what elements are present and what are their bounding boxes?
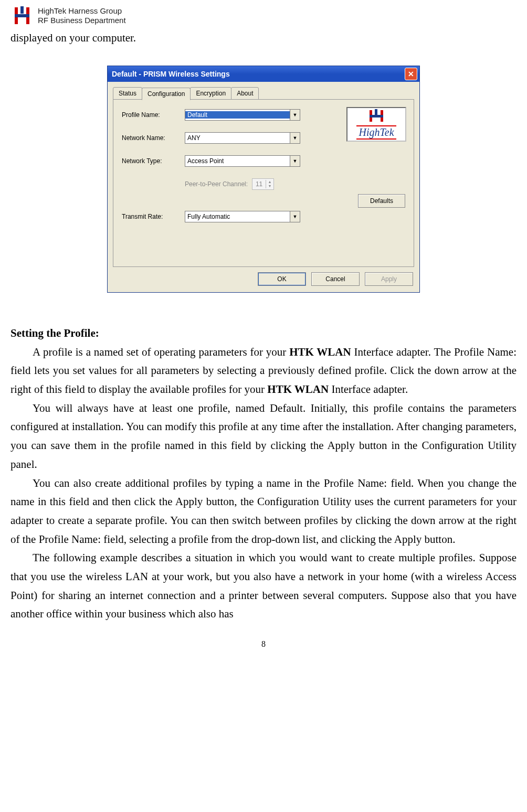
svg-rect-7: [375, 109, 377, 115]
company-logo-icon: [10, 4, 34, 27]
network-type-value: Access Point: [185, 157, 290, 165]
network-name-label: Network Name:: [122, 134, 185, 142]
brand-name: HighTek: [356, 125, 396, 140]
transmit-rate-combo[interactable]: Fully Automatic ▼: [185, 211, 300, 222]
page-header: HighTek Harness Group RF Business Depart…: [10, 4, 517, 27]
transmit-rate-value: Fully Automatic: [185, 213, 290, 220]
apply-button: Apply: [365, 272, 413, 286]
spinner-arrows-icon: ▲▼: [266, 180, 273, 188]
brand-logo-icon: [367, 109, 385, 124]
paragraph-4: The following example describes a situat…: [10, 549, 517, 624]
tab-about[interactable]: About: [231, 87, 259, 100]
tab-status[interactable]: Status: [113, 87, 142, 100]
chevron-down-icon[interactable]: ▼: [290, 156, 300, 166]
p2p-channel-label: Peer-to-Peer Channel:: [185, 180, 248, 188]
titlebar: Default - PRISM Wireless Settings ✕: [108, 66, 419, 82]
paragraph-3: You can also create additional profiles …: [10, 474, 517, 549]
chevron-down-icon[interactable]: ▼: [290, 110, 300, 120]
svg-rect-3: [20, 6, 24, 14]
page-number: 8: [10, 639, 517, 649]
profile-name-value: Default: [185, 111, 290, 119]
department-name: RF Business Department: [38, 16, 126, 25]
defaults-button[interactable]: Defaults: [358, 194, 405, 208]
tab-encryption[interactable]: Encryption: [190, 87, 231, 100]
p2p-channel-spinner: 11 ▲▼: [252, 178, 274, 190]
paragraph-1: A profile is a named set of operating pa…: [10, 343, 517, 399]
network-name-value: ANY: [185, 134, 290, 142]
p2p-channel-value: 11: [252, 180, 266, 188]
transmit-rate-label: Transmit Rate:: [122, 213, 185, 220]
network-type-label: Network Type:: [122, 157, 185, 165]
chevron-down-icon[interactable]: ▼: [290, 211, 300, 222]
network-type-combo[interactable]: Access Point ▼: [185, 155, 300, 167]
profile-name-combo[interactable]: Default ▼: [185, 109, 300, 121]
cancel-button[interactable]: Cancel: [311, 272, 360, 286]
window-title: Default - PRISM Wireless Settings: [112, 70, 405, 78]
tab-configuration[interactable]: Configuration: [142, 88, 191, 100]
tab-strip: Status Configuration Encryption About: [113, 87, 414, 100]
company-name: HighTek Harness Group: [38, 6, 126, 16]
intro-text: displayed on your computer.: [10, 31, 517, 45]
dialog-window: Default - PRISM Wireless Settings ✕ Stat…: [107, 66, 420, 293]
brand-box: HighTek: [346, 107, 406, 142]
section-heading: Setting the Profile:: [10, 324, 517, 343]
profile-name-label: Profile Name:: [122, 111, 185, 119]
configuration-panel: HighTek Profile Name: Default ▼ Network …: [113, 99, 414, 267]
ok-button[interactable]: OK: [258, 272, 306, 286]
network-name-combo[interactable]: ANY ▼: [185, 132, 300, 144]
svg-rect-6: [370, 115, 383, 117]
close-button[interactable]: ✕: [405, 68, 417, 80]
body-text: Setting the Profile: A profile is a name…: [10, 324, 517, 624]
paragraph-2: You will always have at least one profil…: [10, 399, 517, 474]
chevron-down-icon[interactable]: ▼: [290, 133, 300, 143]
svg-rect-2: [15, 14, 29, 17]
close-icon: ✕: [408, 70, 414, 78]
p2p-channel-row: Peer-to-Peer Channel: 11 ▲▼: [185, 178, 405, 190]
